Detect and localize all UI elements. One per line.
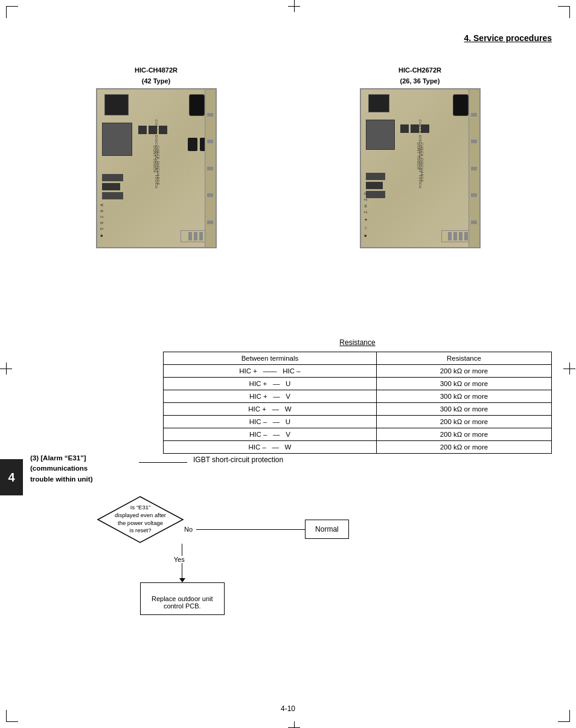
flowchart: Is “E31” displayed even after the power … [97,495,519,615]
image-label-right-line1: HIC-CH2672R [398,66,441,74]
pcb-chip-row-1 [138,126,167,134]
yes-arrow [179,563,185,582]
table-row: HIC + — U 300 kΩ or more [164,378,552,390]
pcb-label-discharge: CHECK DISCHARGEDONT TOUCH [153,146,160,185]
corner-mark-tr [558,6,570,18]
table-cell-value: 300 kΩ or more [376,390,551,403]
pcb-mid-r [366,173,385,198]
image-group-right: HIC-CH2672R (26, 36 Type) CHECK DISCHARG… [360,66,481,248]
pcb-numbers-left: ■ 5 6 2 8 A [100,202,104,238]
pcb-label-discharge-r: CHECK DISCHARGEDONT TOUCH [417,143,424,182]
image-group-left: HIC-CH4872R (42 Type) CHECK DISCHARGEDON… [96,66,217,248]
no-branch: No Normal [184,520,349,539]
yes-branch: Yes Replace outdoor unit control PCB. [97,544,225,615]
corner-mark-bl [6,710,18,722]
table-row: HIC + —— HIC – 200 kΩ or more [164,365,552,378]
no-line [196,529,305,530]
table-cell-value: 200 kΩ or more [376,416,551,428]
action-box: Replace outdoor unit control PCB. [140,582,225,615]
pcb-heatsink-1 [102,123,132,156]
alarm-description: IGBT short-circuit protection [193,456,283,464]
pcb-image-right: CHECK DISCHARGEDONT TOUCH ■ ☆ ✦ 2 H 2 S [360,88,481,248]
yes-label: Yes [174,556,185,563]
pcb-capacitor-r1 [453,94,469,116]
crosshair-left [0,362,7,375]
resistance-table: Between terminals Resistance HIC + —— HI… [163,352,552,454]
image-label-left-line2: (42 Type) [142,77,170,85]
crosshair-bottom [288,721,300,728]
table-cell-terminal: HIC – — U [164,416,377,428]
image-label-right-line2: (26, 36 Type) [400,77,440,85]
table-cell-value: 300 kΩ or more [376,378,551,390]
section-tab: 4 [0,459,23,495]
table-cell-terminal: HIC + — U [164,378,377,390]
table-cell-terminal: HIC + — V [164,390,377,403]
pcb-capacitor-1 [189,94,205,116]
page-number: 4-10 [281,704,295,713]
alarm-line [139,462,187,463]
table-cell-terminal: HIC + —— HIC – [164,365,377,378]
pcb-transformer-r1 [368,94,389,112]
pcb-chip-row-r1 [400,124,429,133]
resistance-section: Resistance Between terminals Resistance … [163,338,552,454]
table-cell-value: 200 kΩ or more [376,441,551,454]
pcb-image-left: CHECK DISCHARGEDONT TOUCH ■ 5 6 2 8 A [96,88,217,248]
crosshair-right [563,362,576,375]
table-row: HIC – — V 200 kΩ or more [164,428,552,441]
svg-marker-0 [98,497,183,543]
pcb-heatsink-r1 [366,120,395,150]
corner-mark-br [558,710,570,722]
resistance-title: Resistance [163,338,552,347]
flowchart-diamond: Is “E31” displayed even after the power … [97,495,184,544]
pcb-transformer-1 [104,94,129,115]
table-cell-terminal: HIC – — V [164,428,377,441]
table-row: HIC – — U 200 kΩ or more [164,416,552,428]
yes-label-wrap: Yes [136,556,185,563]
table-row: HIC – — W 200 kΩ or more [164,441,552,454]
normal-box: Normal [305,520,349,539]
table-row: HIC + — V 300 kΩ or more [164,390,552,403]
images-section: HIC-CH4872R (42 Type) CHECK DISCHARGEDON… [24,66,552,248]
corner-mark-tl [6,6,18,18]
page-title: 4. Service procedures [464,33,552,43]
yes-vline [182,544,182,556]
no-label: No [184,526,193,533]
table-header-terminals: Between terminals [164,352,377,365]
table-cell-value: 300 kΩ or more [376,403,551,416]
pcb-mid-components [102,174,123,199]
pcb-numbers-right: ■ ☆ ✦ 2 H 2 S [363,191,368,238]
alarm-title: (3) [Alarm “E31”] (communications troubl… [30,453,127,485]
crosshair-top [288,0,300,7]
image-label-left-line1: HIC-CH4872R [135,66,178,74]
pcb-right-bar-1 [205,89,216,247]
table-header-resistance: Resistance [376,352,551,365]
pcb-right-bar-r [469,89,479,247]
table-row: HIC + — W 300 kΩ or more [164,403,552,416]
table-cell-value: 200 kΩ or more [376,428,551,441]
diamond-svg [97,495,184,544]
table-cell-terminal: HIC + — W [164,403,377,416]
alarm-header: (3) [Alarm “E31”] (communications troubl… [30,453,552,485]
table-cell-terminal: HIC – — W [164,441,377,454]
table-cell-value: 200 kΩ or more [376,365,551,378]
